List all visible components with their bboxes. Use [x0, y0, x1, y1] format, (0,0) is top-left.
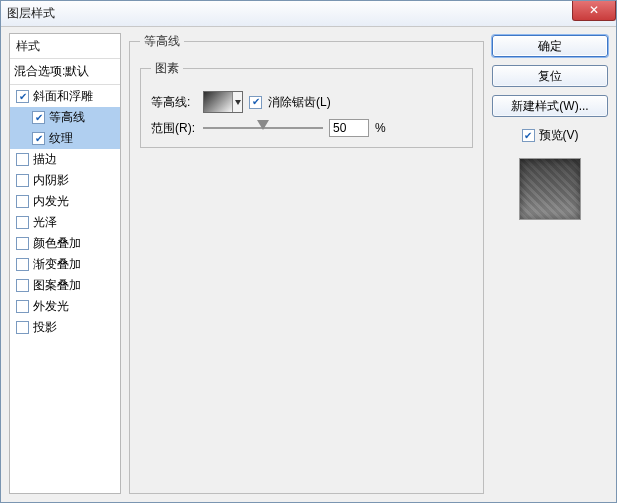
antialias-label: 消除锯齿(L) — [268, 94, 331, 111]
layer-style-dialog: 图层样式 ✕ 样式 混合选项:默认 斜面和浮雕等高线纹理描边内阴影内发光光泽颜色… — [0, 0, 617, 503]
style-item[interactable]: 内发光 — [10, 191, 120, 212]
chevron-down-icon — [235, 100, 241, 105]
style-item[interactable]: 内阴影 — [10, 170, 120, 191]
style-item[interactable]: 颜色叠加 — [10, 233, 120, 254]
style-item-label: 内阴影 — [33, 172, 69, 189]
styles-header[interactable]: 样式 — [10, 34, 120, 59]
close-button[interactable]: ✕ — [572, 1, 616, 21]
style-item[interactable]: 投影 — [10, 317, 120, 338]
style-item-label: 描边 — [33, 151, 57, 168]
antialias-checkbox[interactable] — [249, 96, 262, 109]
style-item-label: 投影 — [33, 319, 57, 336]
contour-picker[interactable] — [203, 91, 243, 113]
style-checkbox[interactable] — [16, 237, 29, 250]
preview-toggle[interactable]: 预览(V) — [492, 127, 608, 144]
window-title: 图层样式 — [7, 5, 55, 22]
preview-thumbnail — [519, 158, 581, 220]
style-item-label: 图案叠加 — [33, 277, 81, 294]
dialog-body: 样式 混合选项:默认 斜面和浮雕等高线纹理描边内阴影内发光光泽颜色叠加渐变叠加图… — [1, 27, 616, 502]
range-unit: % — [375, 121, 386, 135]
style-item-label: 渐变叠加 — [33, 256, 81, 273]
new-style-button[interactable]: 新建样式(W)... — [492, 95, 608, 117]
contour-group: 等高线 图素 等高线: 消除锯齿(L) — [129, 33, 484, 494]
style-checkbox[interactable] — [16, 321, 29, 334]
style-checkbox[interactable] — [16, 90, 29, 103]
style-item-label: 颜色叠加 — [33, 235, 81, 252]
style-item[interactable]: 图案叠加 — [10, 275, 120, 296]
preview-label: 预览(V) — [539, 127, 579, 144]
slider-thumb[interactable] — [257, 120, 269, 130]
style-checkbox[interactable] — [16, 300, 29, 313]
preview-checkbox[interactable] — [522, 129, 535, 142]
contour-row: 等高线: 消除锯齿(L) — [151, 91, 462, 113]
contour-label: 等高线: — [151, 94, 197, 111]
style-item-label: 斜面和浮雕 — [33, 88, 93, 105]
style-item[interactable]: 外发光 — [10, 296, 120, 317]
action-panel: 确定 复位 新建样式(W)... 预览(V) — [492, 33, 608, 494]
styles-panel: 样式 混合选项:默认 斜面和浮雕等高线纹理描边内阴影内发光光泽颜色叠加渐变叠加图… — [9, 33, 121, 494]
style-checkbox[interactable] — [16, 195, 29, 208]
close-icon: ✕ — [589, 3, 599, 17]
style-item[interactable]: 光泽 — [10, 212, 120, 233]
style-item-label: 外发光 — [33, 298, 69, 315]
style-item-label: 光泽 — [33, 214, 57, 231]
range-label: 范围(R): — [151, 120, 197, 137]
settings-panel: 等高线 图素 等高线: 消除锯齿(L) — [129, 33, 484, 494]
style-item[interactable]: 等高线 — [10, 107, 120, 128]
blend-options[interactable]: 混合选项:默认 — [10, 59, 120, 83]
elements-group: 图素 等高线: 消除锯齿(L) 范围(R): — [140, 60, 473, 148]
styles-list: 斜面和浮雕等高线纹理描边内阴影内发光光泽颜色叠加渐变叠加图案叠加外发光投影 — [10, 86, 120, 338]
range-row: 范围(R): % — [151, 119, 462, 137]
style-item-label: 内发光 — [33, 193, 69, 210]
blend-options-label: 混合选项:默认 — [14, 64, 89, 78]
style-checkbox[interactable] — [16, 279, 29, 292]
style-item-label: 纹理 — [49, 130, 73, 147]
style-checkbox[interactable] — [16, 258, 29, 271]
contour-group-title: 等高线 — [140, 33, 184, 50]
reset-button[interactable]: 复位 — [492, 65, 608, 87]
elements-group-title: 图素 — [151, 60, 183, 77]
style-item[interactable]: 纹理 — [10, 128, 120, 149]
style-checkbox[interactable] — [16, 216, 29, 229]
range-slider[interactable] — [203, 120, 323, 136]
range-input[interactable] — [329, 119, 369, 137]
style-item[interactable]: 渐变叠加 — [10, 254, 120, 275]
contour-curve-icon — [204, 92, 232, 112]
style-checkbox[interactable] — [32, 132, 45, 145]
style-checkbox[interactable] — [16, 153, 29, 166]
contour-dropdown-button[interactable] — [232, 92, 242, 112]
style-checkbox[interactable] — [32, 111, 45, 124]
ok-button[interactable]: 确定 — [492, 35, 608, 57]
style-item[interactable]: 斜面和浮雕 — [10, 86, 120, 107]
style-item[interactable]: 描边 — [10, 149, 120, 170]
style-item-label: 等高线 — [49, 109, 85, 126]
divider — [10, 84, 120, 85]
style-checkbox[interactable] — [16, 174, 29, 187]
titlebar: 图层样式 ✕ — [1, 1, 616, 27]
